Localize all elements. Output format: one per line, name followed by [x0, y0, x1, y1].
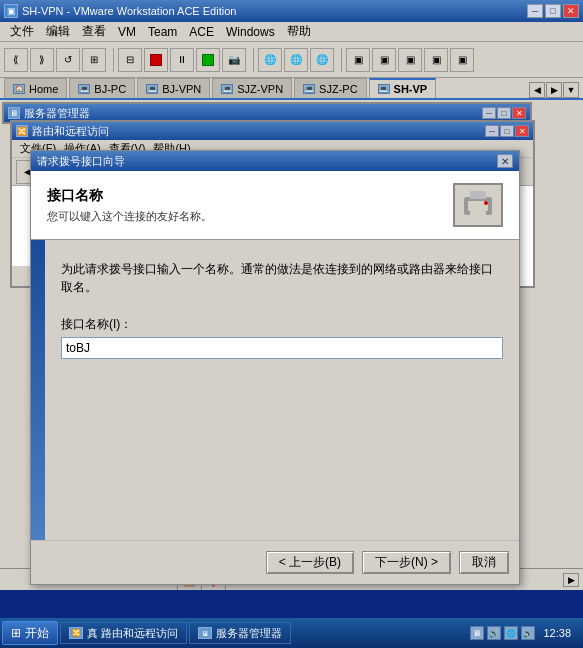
menu-team[interactable]: Team [142, 24, 183, 40]
toolbar-sep-2 [250, 48, 254, 72]
taskbar-server-label: 服务器管理器 [216, 626, 282, 641]
toolbar-btn-power[interactable] [144, 48, 168, 72]
menu-bar: 文件 编辑 查看 VM Team ACE Windows 帮助 [0, 22, 583, 42]
cancel-button[interactable]: 取消 [459, 551, 509, 574]
menu-view[interactable]: 查看 [76, 22, 112, 41]
next-button[interactable]: 下一步(N) > [362, 551, 451, 574]
toolbar-btn-play[interactable] [196, 48, 220, 72]
close-button[interactable]: ✕ [563, 4, 579, 18]
tab-home-icon: 🏠 [13, 84, 25, 94]
tab-nav-down[interactable]: ▼ [563, 82, 579, 98]
tab-nav: ◀ ▶ ▼ [529, 82, 579, 98]
toolbar: ⟪ ⟫ ↺ ⊞ ⊟ ⏸ 📷 🌐 🌐 🌐 ▣ ▣ ▣ ▣ ▣ [0, 42, 583, 78]
menu-help[interactable]: 帮助 [281, 22, 317, 41]
toolbar-btn-pause[interactable]: ⏸ [170, 48, 194, 72]
tab-shvp-icon: 💻 [378, 84, 390, 94]
toolbar-btn-net[interactable]: 🌐 [258, 48, 282, 72]
menu-windows[interactable]: Windows [220, 24, 281, 40]
start-label: 开始 [25, 625, 49, 642]
tab-bjpc-icon: 💻 [78, 84, 90, 94]
title-bar: ▣ SH-VPN - VMware Workstation ACE Editio… [0, 0, 583, 22]
dialog-header: 接口名称 您可以键入这个连接的友好名称。 [31, 171, 519, 240]
scroll-right-btn[interactable]: ▶ [563, 573, 579, 587]
minimize-button[interactable]: ─ [527, 4, 543, 18]
tray-icon-volume: 🔈 [521, 626, 535, 640]
dialog-header-title: 接口名称 [47, 187, 453, 205]
toolbar-btn-4[interactable]: ⊞ [82, 48, 106, 72]
dialog-main: 为此请求拨号接口输入一个名称。通常的做法是依连接到的网络或路由器来给接口取名。 … [45, 240, 519, 540]
tab-bj-vpn[interactable]: 💻 BJ-VPN [137, 78, 210, 98]
toolbar-btn-net3[interactable]: 🌐 [310, 48, 334, 72]
tab-sjzvpn-icon: 💻 [221, 84, 233, 94]
toolbar-btn-win4[interactable]: ▣ [424, 48, 448, 72]
taskbar-routing-btn[interactable]: 🔀 真 路由和远程访问 [60, 622, 187, 644]
rt-close-btn[interactable]: ✕ [515, 125, 529, 137]
dialog-buttons: < 上一步(B) 下一步(N) > 取消 [31, 540, 519, 584]
server-manager-title: 服务器管理器 [24, 106, 482, 121]
printer-icon [460, 189, 496, 221]
sm-maximize-btn[interactable]: □ [497, 107, 511, 119]
taskbar-tray: 🖥 🔊 🌐 🔈 12:38 [464, 626, 581, 640]
tab-bjvpn-icon: 💻 [146, 84, 158, 94]
power-red-icon [150, 54, 162, 66]
toolbar-btn-net2[interactable]: 🌐 [284, 48, 308, 72]
tray-icon-area: 🖥 🔊 🌐 🔈 [470, 626, 535, 640]
menu-ace[interactable]: ACE [183, 24, 220, 40]
toolbar-btn-win5[interactable]: ▣ [450, 48, 474, 72]
toolbar-btn-5[interactable]: ⊟ [118, 48, 142, 72]
svg-rect-3 [470, 211, 486, 219]
taskbar-server-btn[interactable]: 🖥 服务器管理器 [189, 622, 291, 644]
dialog-body: 接口名称 您可以键入这个连接的友好名称。 [31, 171, 519, 584]
tray-icon-network: 🌐 [504, 626, 518, 640]
server-manager-controls: ─ □ ✕ [482, 107, 526, 119]
toolbar-btn-snapshot[interactable]: 📷 [222, 48, 246, 72]
dialog-sidebar [31, 240, 45, 540]
dialog-titlebar: 请求拨号接口向导 ✕ [31, 151, 519, 171]
rt-minimize-btn[interactable]: ─ [485, 125, 499, 137]
server-manager-icon: 🖥 [8, 107, 20, 119]
taskbar-server-icon: 🖥 [198, 627, 212, 639]
interface-name-input[interactable] [61, 337, 503, 359]
toolbar-sep-3 [338, 48, 342, 72]
dialog-description: 为此请求拨号接口输入一个名称。通常的做法是依连接到的网络或路由器来给接口取名。 [61, 260, 503, 296]
toolbar-btn-win1[interactable]: ▣ [346, 48, 370, 72]
toolbar-btn-win2[interactable]: ▣ [372, 48, 396, 72]
tab-bj-pc[interactable]: 💻 BJ-PC [69, 78, 135, 98]
start-button[interactable]: ⊞ 开始 [2, 621, 58, 645]
wizard-dialog: 请求拨号接口向导 ✕ 接口名称 您可以键入这个连接的友好名称。 [30, 150, 520, 585]
play-green-icon [202, 54, 214, 66]
rt-maximize-btn[interactable]: □ [500, 125, 514, 137]
tab-sjz-vpn[interactable]: 💻 SJZ-VPN [212, 78, 292, 98]
tab-nav-left[interactable]: ◀ [529, 82, 545, 98]
tab-bjpc-label: BJ-PC [94, 83, 126, 95]
tab-sh-vp[interactable]: 💻 SH-VP [369, 78, 437, 98]
taskbar-routing-icon: 🔀 [69, 627, 83, 639]
toolbar-btn-2[interactable]: ⟫ [30, 48, 54, 72]
maximize-button[interactable]: □ [545, 4, 561, 18]
app-icon: ▣ [4, 4, 18, 18]
back-button[interactable]: < 上一步(B) [266, 551, 354, 574]
taskbar: ⊞ 开始 🔀 真 路由和远程访问 🖥 服务器管理器 🖥 🔊 🌐 🔈 12:38 [0, 618, 583, 648]
tab-bjvpn-label: BJ-VPN [162, 83, 201, 95]
tab-home[interactable]: 🏠 Home [4, 78, 67, 98]
menu-vm[interactable]: VM [112, 24, 142, 40]
dialog-title: 请求拨号接口向导 [37, 154, 497, 169]
sm-close-btn[interactable]: ✕ [512, 107, 526, 119]
tab-sjz-pc[interactable]: 💻 SJZ-PC [294, 78, 367, 98]
menu-file[interactable]: 文件 [4, 22, 40, 41]
tab-sjzvpn-label: SJZ-VPN [237, 83, 283, 95]
taskbar-routing-label: 真 路由和远程访问 [87, 626, 178, 641]
tab-nav-right[interactable]: ▶ [546, 82, 562, 98]
toolbar-btn-3[interactable]: ↺ [56, 48, 80, 72]
dialog-header-desc: 您可以键入这个连接的友好名称。 [47, 209, 453, 224]
routing-icon: 🔀 [16, 125, 28, 137]
dialog-close-button[interactable]: ✕ [497, 154, 513, 168]
toolbar-btn-1[interactable]: ⟪ [4, 48, 28, 72]
routing-titlebar: 🔀 路由和远程访问 ─ □ ✕ [12, 122, 533, 140]
menu-edit[interactable]: 编辑 [40, 22, 76, 41]
toolbar-sep-1 [110, 48, 114, 72]
sm-minimize-btn[interactable]: ─ [482, 107, 496, 119]
taskbar-clock: 12:38 [539, 627, 575, 639]
toolbar-btn-win3[interactable]: ▣ [398, 48, 422, 72]
tray-icon-2: 🔊 [487, 626, 501, 640]
